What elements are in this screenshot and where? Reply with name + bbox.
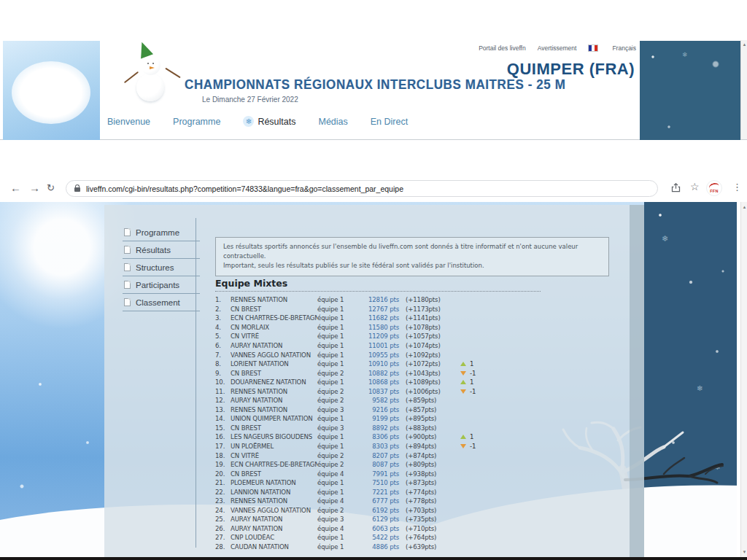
- scroll-up-icon[interactable]: [741, 204, 747, 210]
- bonus-points: (+894pts): [399, 443, 460, 450]
- back-button[interactable]: [10, 180, 21, 196]
- bonus-points: (+1180pts): [399, 296, 460, 303]
- bonus-points: (+1092pts): [399, 351, 460, 359]
- club-name: LANNION NATATION: [231, 489, 317, 496]
- results-main: Les résultats sportifs annoncés sur l'en…: [214, 205, 633, 557]
- bonus-points: (+809pts): [399, 461, 460, 468]
- points-value: 8306 pts: [359, 433, 399, 440]
- ranking-row: 27. CNP LOUDÉAC équipe 1 5422 pts (+764p…: [215, 533, 625, 542]
- rank-number: 3.: [215, 314, 231, 322]
- club-name: CN BREST: [231, 470, 317, 478]
- bonus-points: (+1057pts): [399, 332, 460, 340]
- ranking-row: 16. LES NAGEURS BIGOUDENS équipe 1 8306 …: [215, 432, 625, 442]
- nav-bienvenue[interactable]: Bienvenue: [107, 117, 150, 127]
- rank-change-value: 1: [470, 378, 473, 386]
- bonus-points: (+1074pts): [399, 342, 460, 349]
- snowflake-icon: [682, 51, 688, 58]
- points-value: 11682 pts: [359, 314, 399, 322]
- forward-button[interactable]: [29, 180, 40, 196]
- nav-medias[interactable]: Médias: [318, 117, 347, 127]
- points-value: 12816 pts: [359, 296, 399, 303]
- bonus-points: (+1173pts): [399, 306, 460, 313]
- club-name: AURAY NATATION: [231, 397, 317, 404]
- rank-change: -1: [460, 370, 494, 377]
- ranking-row: 23. RENNES NATATION équipe 4 6777 pts (+…: [215, 497, 625, 506]
- team-label: équipe 4: [317, 470, 359, 478]
- rank-change-icon: [460, 362, 466, 366]
- ranking-row: 15. CN BREST équipe 3 8892 pts (+883pts): [215, 424, 625, 433]
- ranking-row: 28. CAUDAN NATATION équipe 1 4886 pts (+…: [215, 542, 625, 552]
- rank-number: 28.: [215, 543, 231, 551]
- header-scrollbar[interactable]: [740, 40, 747, 139]
- sidebar-item[interactable]: Structures: [123, 259, 200, 276]
- header-links: Portail des liveffn Avertissement França…: [479, 44, 636, 52]
- team-label: équipe 4: [317, 525, 359, 532]
- url-bar[interactable]: [66, 180, 658, 197]
- sidebar-item[interactable]: Résultats: [123, 241, 200, 259]
- ranking-row: 13. RENNES NATATION équipe 3 9216 pts (+…: [215, 405, 625, 415]
- rank-number: 9.: [215, 370, 231, 377]
- team-label: équipe 1: [317, 332, 359, 340]
- points-value: 10837 pts: [359, 388, 399, 395]
- team-label: équipe 1: [317, 378, 359, 386]
- bonus-points: (+703pts): [399, 507, 460, 514]
- club-name: LES NAGEURS BIGOUDENS: [231, 433, 317, 440]
- nav-programme[interactable]: Programme: [173, 117, 220, 127]
- rank-number: 4.: [215, 324, 231, 331]
- ranking-list: 1. RENNES NATATION équipe 1 12816 pts (+…: [215, 295, 625, 551]
- disclaimer-box: Les résultats sportifs annoncés sur l'en…: [215, 237, 609, 276]
- points-value: 6192 pts: [359, 507, 399, 514]
- nav-en-direct[interactable]: En Direct: [371, 117, 408, 127]
- reload-button[interactable]: [47, 180, 55, 196]
- rank-number: 18.: [215, 452, 231, 459]
- browser-toolbar: FFN: [0, 175, 747, 203]
- document-icon: [124, 281, 131, 289]
- bonus-points: (+1072pts): [399, 360, 460, 368]
- sidebar-item[interactable]: Participants: [123, 276, 200, 294]
- sidebar-item[interactable]: Programme: [123, 224, 200, 241]
- ranking-row: 22. LANNION NATATION équipe 1 7221 pts (…: [215, 487, 625, 497]
- rank-number: 6.: [215, 342, 231, 349]
- sidebar-item[interactable]: Classement: [123, 294, 200, 311]
- page-scrollbar[interactable]: [740, 202, 747, 557]
- points-value: 9216 pts: [359, 406, 399, 413]
- rank-change: 1: [460, 433, 494, 440]
- team-label: équipe 1: [317, 360, 359, 368]
- sidebar-divider: [196, 218, 196, 548]
- portal-link[interactable]: Portail des liveffn: [479, 44, 526, 52]
- points-value: 8892 pts: [359, 424, 399, 432]
- points-value: 11209 pts: [359, 332, 399, 340]
- sidebar-item-label: Résultats: [136, 246, 171, 254]
- browser-menu-icon[interactable]: [732, 182, 742, 192]
- ranking-row: 3. ECN CHARTRES-DE-BRETAGNE équipe 1 116…: [215, 314, 625, 323]
- club-name: AURAY NATATION: [231, 516, 317, 523]
- ranking-row: 4. CN MORLAIX équipe 1 11580 pts (+1078p…: [215, 323, 625, 332]
- points-value: 12767 pts: [359, 306, 399, 313]
- rank-number: 24.: [215, 507, 231, 514]
- document-icon: [124, 298, 131, 306]
- profile-avatar[interactable]: FFN: [706, 180, 722, 196]
- url-input[interactable]: [86, 184, 649, 193]
- team-label: équipe 4: [317, 497, 359, 505]
- bookmark-star-icon[interactable]: [690, 181, 700, 192]
- warning-link[interactable]: Avertissement: [538, 44, 577, 52]
- team-label: équipe 3: [317, 406, 359, 413]
- event-date: Le Dimanche 27 Février 2022: [202, 96, 298, 104]
- scroll-down-icon[interactable]: [741, 549, 747, 555]
- snowman-head: [141, 55, 160, 75]
- rank-change-icon: [460, 444, 466, 448]
- rank-change-value: 1: [470, 433, 473, 440]
- language-link[interactable]: Français: [612, 44, 636, 52]
- ranking-row: 8. LORIENT NATATION équipe 1 10910 pts (…: [215, 359, 625, 369]
- bonus-points: (+1141pts): [399, 314, 460, 322]
- ranking-row: 12. AURAY NATATION équipe 2 9582 pts (+8…: [215, 396, 625, 405]
- share-icon[interactable]: [670, 182, 681, 196]
- club-name: RENNES NATATION: [231, 497, 317, 505]
- nav-resultats[interactable]: Résultats: [243, 116, 295, 127]
- disclaimer-line2: Important, seuls les résultats publiés s…: [223, 261, 601, 271]
- points-value: 4886 pts: [359, 543, 399, 551]
- points-value: 6129 pts: [359, 516, 399, 523]
- rank-number: 13.: [215, 406, 231, 413]
- scroll-up-icon[interactable]: [741, 42, 747, 47]
- site-header: Portail des liveffn Avertissement França…: [0, 40, 747, 140]
